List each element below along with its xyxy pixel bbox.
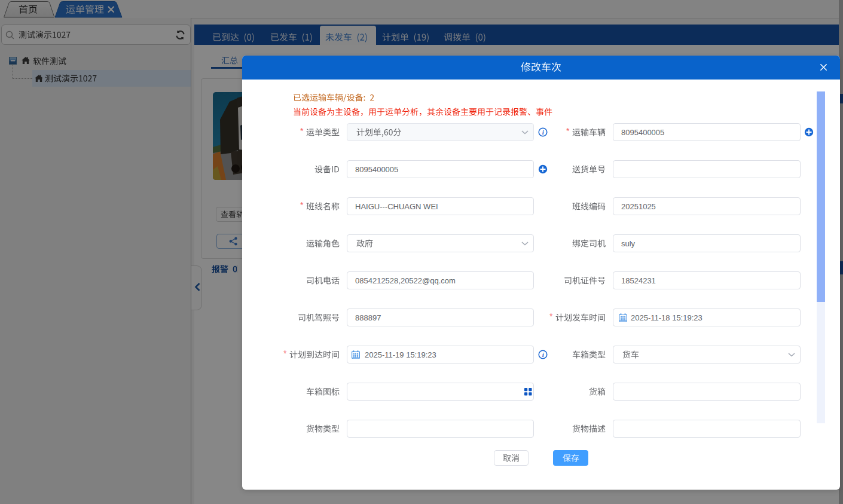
svg-text:i: i (542, 129, 545, 136)
svg-text:i: i (542, 351, 545, 358)
